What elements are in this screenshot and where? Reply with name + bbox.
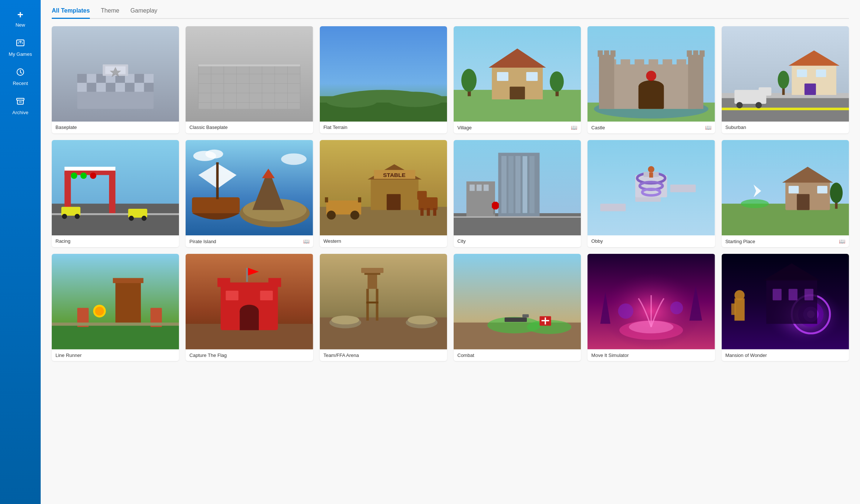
template-card-line-runner[interactable]: Line Runner bbox=[52, 254, 179, 361]
book-icon[interactable]: 📖 bbox=[839, 238, 845, 244]
template-thumb-suburban bbox=[722, 26, 849, 122]
sidebar-item-my-games[interactable]: My Games bbox=[0, 33, 41, 62]
tab-all-templates[interactable]: All Templates bbox=[52, 7, 90, 19]
svg-point-57 bbox=[461, 69, 477, 92]
sidebar: + New My Games Recent bbox=[0, 0, 41, 504]
svg-rect-77 bbox=[610, 50, 616, 57]
template-thumb-classic-baseplate bbox=[186, 26, 313, 122]
svg-rect-214 bbox=[505, 318, 527, 322]
template-label-team-ffa-arena: Team/FFA Arena bbox=[320, 350, 447, 361]
svg-rect-200 bbox=[368, 273, 377, 289]
svg-rect-42 bbox=[199, 64, 300, 66]
template-card-pirate-island[interactable]: Pirate Island📖 bbox=[186, 140, 313, 247]
template-card-western[interactable]: STABLE Western bbox=[320, 140, 447, 247]
svg-point-92 bbox=[736, 102, 742, 108]
svg-rect-14 bbox=[135, 74, 144, 83]
sidebar-new-label: New bbox=[16, 22, 25, 28]
template-name-city: City bbox=[457, 238, 465, 244]
template-name-starting-place: Starting Place bbox=[725, 239, 755, 244]
book-icon[interactable]: 📖 bbox=[705, 125, 711, 130]
svg-rect-144 bbox=[501, 156, 507, 213]
template-label-line-runner: Line Runner bbox=[52, 350, 179, 361]
svg-rect-67 bbox=[649, 59, 658, 67]
template-thumb-obby bbox=[588, 140, 715, 235]
svg-rect-205 bbox=[361, 268, 383, 273]
svg-rect-202 bbox=[366, 289, 369, 321]
template-label-mansion-of-wonder: Mansion of Wonder bbox=[722, 350, 849, 361]
template-name-suburban: Suburban bbox=[725, 125, 746, 130]
template-thumb-pirate-island bbox=[186, 140, 313, 235]
svg-rect-22 bbox=[135, 83, 144, 92]
svg-rect-195 bbox=[260, 291, 273, 300]
book-icon[interactable]: 📖 bbox=[571, 125, 577, 130]
svg-rect-80 bbox=[700, 50, 705, 57]
svg-point-165 bbox=[648, 166, 654, 173]
template-card-castle[interactable]: Castle📖 bbox=[588, 26, 715, 133]
template-card-capture-the-flag[interactable]: Capture The Flag bbox=[186, 254, 313, 361]
svg-rect-8 bbox=[77, 74, 87, 83]
svg-rect-191 bbox=[268, 278, 281, 287]
svg-rect-146 bbox=[515, 156, 521, 213]
template-grid: Baseplate Classic Baseplate Flat Terrain bbox=[52, 26, 849, 361]
svg-rect-65 bbox=[621, 59, 630, 67]
template-name-mansion-of-wonder: Mansion of Wonder bbox=[725, 353, 767, 358]
template-card-combat[interactable]: Combat bbox=[454, 254, 581, 361]
svg-rect-118 bbox=[216, 162, 219, 199]
sidebar-item-archive[interactable]: Archive bbox=[0, 91, 41, 120]
svg-rect-135 bbox=[358, 197, 361, 202]
template-label-pirate-island: Pirate Island📖 bbox=[186, 235, 313, 247]
tab-theme[interactable]: Theme bbox=[101, 7, 119, 19]
template-card-classic-baseplate[interactable]: Classic Baseplate bbox=[186, 26, 313, 133]
template-thumb-move-it-simulator bbox=[588, 254, 715, 349]
template-thumb-castle bbox=[588, 26, 715, 122]
svg-rect-17 bbox=[87, 83, 97, 92]
template-card-flat-terrain[interactable]: Flat Terrain bbox=[320, 26, 447, 133]
svg-point-108 bbox=[75, 214, 80, 219]
template-card-village[interactable]: Village📖 bbox=[454, 26, 581, 133]
svg-rect-53 bbox=[510, 87, 525, 99]
sidebar-my-games-label: My Games bbox=[9, 51, 32, 57]
svg-point-101 bbox=[71, 173, 77, 179]
svg-point-230 bbox=[734, 290, 745, 301]
template-card-city[interactable]: City bbox=[454, 140, 581, 247]
tab-bar: All Templates Theme Gameplay bbox=[52, 7, 849, 19]
svg-rect-203 bbox=[376, 289, 378, 321]
template-card-team-ffa-arena[interactable]: Team/FFA Arena bbox=[320, 254, 447, 361]
template-label-baseplate: Baseplate bbox=[52, 122, 179, 133]
template-card-racing[interactable]: Racing bbox=[52, 140, 179, 247]
svg-rect-180 bbox=[113, 278, 143, 283]
svg-rect-138 bbox=[420, 208, 424, 216]
template-name-racing: Racing bbox=[55, 238, 70, 244]
svg-rect-104 bbox=[64, 167, 115, 171]
sidebar-item-new[interactable]: + New bbox=[0, 4, 41, 33]
book-icon[interactable]: 📖 bbox=[303, 238, 309, 244]
template-card-mansion-of-wonder[interactable]: Mansion of Wonder bbox=[722, 254, 849, 361]
svg-point-175 bbox=[830, 183, 842, 203]
template-card-obby[interactable]: Obby bbox=[588, 140, 715, 247]
template-card-move-it-simulator[interactable]: Move It Simulator bbox=[588, 254, 715, 361]
svg-point-122 bbox=[206, 150, 223, 159]
svg-point-102 bbox=[80, 173, 87, 179]
template-name-obby: Obby bbox=[591, 238, 603, 244]
svg-point-123 bbox=[281, 153, 307, 165]
template-label-move-it-simulator: Move It Simulator bbox=[588, 350, 715, 361]
template-label-village: Village📖 bbox=[454, 122, 581, 133]
svg-point-103 bbox=[90, 173, 96, 179]
svg-rect-155 bbox=[454, 217, 581, 218]
template-card-baseplate[interactable]: Baseplate bbox=[52, 26, 179, 133]
svg-rect-240 bbox=[804, 289, 813, 300]
svg-rect-75 bbox=[598, 50, 603, 57]
template-name-flat-terrain: Flat Terrain bbox=[324, 125, 348, 130]
svg-point-209 bbox=[407, 316, 436, 324]
svg-rect-166 bbox=[649, 173, 653, 178]
svg-rect-99 bbox=[109, 172, 115, 213]
template-thumb-capture-the-flag bbox=[186, 254, 313, 349]
tab-gameplay[interactable]: Gameplay bbox=[131, 7, 158, 19]
template-name-combat: Combat bbox=[457, 353, 474, 358]
svg-rect-139 bbox=[427, 208, 430, 216]
svg-point-186 bbox=[95, 307, 104, 316]
sidebar-item-recent[interactable]: Recent bbox=[0, 62, 41, 91]
template-card-starting-place[interactable]: Starting Place📖 bbox=[722, 140, 849, 247]
template-card-suburban[interactable]: Suburban bbox=[722, 26, 849, 133]
svg-rect-19 bbox=[106, 83, 115, 92]
